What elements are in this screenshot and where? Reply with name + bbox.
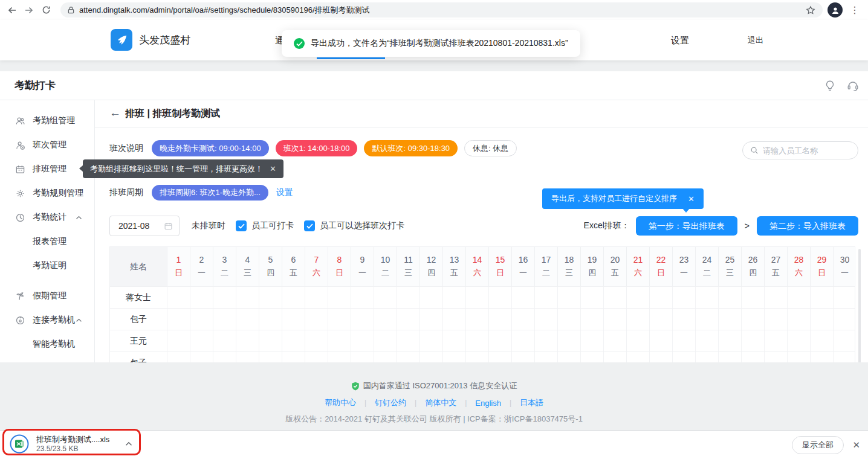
schedule-cell[interactable] <box>419 287 442 308</box>
schedule-cell[interactable] <box>580 309 603 330</box>
schedule-cell[interactable] <box>718 309 741 330</box>
schedule-cell[interactable] <box>190 352 213 362</box>
employee-search-input[interactable] <box>763 146 868 155</box>
schedule-cell[interactable] <box>695 330 718 351</box>
schedule-cell[interactable] <box>603 287 626 308</box>
schedule-cell[interactable] <box>282 309 305 330</box>
schedule-cell[interactable] <box>511 352 534 362</box>
schedule-cell[interactable] <box>764 309 787 330</box>
schedule-cell[interactable] <box>305 287 328 308</box>
schedule-cell[interactable] <box>442 352 465 362</box>
schedule-cell[interactable] <box>236 330 259 351</box>
close-shelf-icon[interactable]: ✕ <box>852 440 860 451</box>
sidebar-item[interactable]: 考勤证明 <box>0 254 94 278</box>
schedule-cell[interactable] <box>465 287 488 308</box>
schedule-cell[interactable] <box>833 330 856 351</box>
caret-up-icon[interactable] <box>125 441 132 446</box>
schedule-cell[interactable] <box>787 309 810 330</box>
schedule-cell[interactable] <box>626 287 649 308</box>
schedule-cell[interactable] <box>718 330 741 351</box>
url-bar[interactable]: attend.dingtalk.com/admin/portal/oa#/set… <box>60 2 823 18</box>
schedule-cell[interactable] <box>695 287 718 308</box>
footer-link[interactable]: 日本語 <box>520 397 543 408</box>
schedule-cell[interactable] <box>580 330 603 351</box>
schedule-cell[interactable] <box>397 287 419 308</box>
schedule-cell[interactable] <box>328 330 351 351</box>
schedule-cell[interactable] <box>764 352 787 362</box>
employee-search[interactable] <box>742 141 858 159</box>
schedule-cell[interactable] <box>741 287 764 308</box>
schedule-cell[interactable] <box>259 287 282 308</box>
schedule-cell[interactable] <box>213 330 236 351</box>
sidebar-item[interactable]: 连接考勤机 <box>0 308 94 332</box>
schedule-cell[interactable] <box>213 287 236 308</box>
reload-icon[interactable] <box>40 4 52 16</box>
footer-link[interactable]: 简体中文 <box>425 397 456 408</box>
schedule-cell[interactable] <box>672 309 695 330</box>
schedule-cell[interactable] <box>488 330 511 351</box>
schedule-cell[interactable] <box>672 352 695 362</box>
schedule-cell[interactable] <box>534 309 557 330</box>
schedule-cell[interactable] <box>741 309 764 330</box>
sidebar-item[interactable]: 考勤统计 <box>0 205 94 230</box>
schedule-cell[interactable] <box>626 352 649 362</box>
schedule-cell[interactable] <box>442 330 465 351</box>
schedule-cell[interactable] <box>213 309 236 330</box>
schedule-cell[interactable] <box>259 352 282 362</box>
schedule-cell[interactable] <box>672 330 695 351</box>
schedule-cell[interactable] <box>626 330 649 351</box>
schedule-cell[interactable] <box>649 330 672 351</box>
schedule-cell[interactable] <box>236 309 259 330</box>
schedule-cell[interactable] <box>465 330 488 351</box>
schedule-cell[interactable] <box>328 309 351 330</box>
schedule-cell[interactable] <box>741 352 764 362</box>
schedule-cell[interactable] <box>649 287 672 308</box>
schedule-cell[interactable] <box>603 352 626 362</box>
schedule-cell[interactable] <box>534 330 557 351</box>
import-schedule-button[interactable]: 第二步：导入排班表 <box>757 216 858 236</box>
schedule-cell[interactable] <box>787 352 810 362</box>
back-arrow-icon[interactable]: ← <box>109 106 121 120</box>
sidebar-item[interactable]: 考勤规则管理 <box>0 181 94 205</box>
cycle-settings-link[interactable]: 设置 <box>276 187 293 198</box>
forward-icon[interactable] <box>23 4 35 16</box>
back-icon[interactable] <box>6 4 18 16</box>
schedule-cell[interactable] <box>787 330 810 351</box>
schedule-cell[interactable] <box>397 352 419 362</box>
headset-icon[interactable] <box>846 79 860 92</box>
schedule-cell[interactable] <box>259 309 282 330</box>
schedule-cell[interactable] <box>442 287 465 308</box>
schedule-cell[interactable] <box>603 330 626 351</box>
schedule-cell[interactable] <box>764 287 787 308</box>
schedule-cell[interactable] <box>649 309 672 330</box>
schedule-cell[interactable] <box>374 287 397 308</box>
sidebar-item[interactable]: 假期管理 <box>0 284 94 308</box>
schedule-cell[interactable] <box>282 352 305 362</box>
nav-logout[interactable]: 退出 <box>748 20 763 60</box>
schedule-cell[interactable] <box>557 287 580 308</box>
schedule-cell[interactable] <box>580 352 603 362</box>
footer-link[interactable]: 帮助中心 <box>325 397 356 408</box>
schedule-cell[interactable] <box>741 330 764 351</box>
schedule-cell[interactable] <box>374 330 397 351</box>
menu-kebab-icon[interactable]: ⋮ <box>847 4 862 16</box>
schedule-cell[interactable] <box>351 309 374 330</box>
lightbulb-icon[interactable] <box>823 79 837 92</box>
schedule-cell[interactable] <box>557 352 580 362</box>
schedule-cell[interactable] <box>534 287 557 308</box>
schedule-cell[interactable] <box>718 352 741 362</box>
schedule-cell[interactable] <box>305 330 328 351</box>
schedule-cell[interactable] <box>695 309 718 330</box>
schedule-cell[interactable] <box>236 287 259 308</box>
schedule-cell[interactable] <box>672 287 695 308</box>
schedule-cell[interactable] <box>351 287 374 308</box>
schedule-cell[interactable] <box>787 287 810 308</box>
month-picker[interactable]: 2021-08 <box>109 216 180 236</box>
schedule-cell[interactable] <box>833 287 856 308</box>
schedule-cell[interactable] <box>534 352 557 362</box>
browser-avatar[interactable] <box>828 2 843 18</box>
schedule-cell[interactable] <box>557 309 580 330</box>
schedule-cell[interactable] <box>442 309 465 330</box>
schedule-cell[interactable] <box>511 309 534 330</box>
footer-link[interactable]: English <box>475 399 501 408</box>
